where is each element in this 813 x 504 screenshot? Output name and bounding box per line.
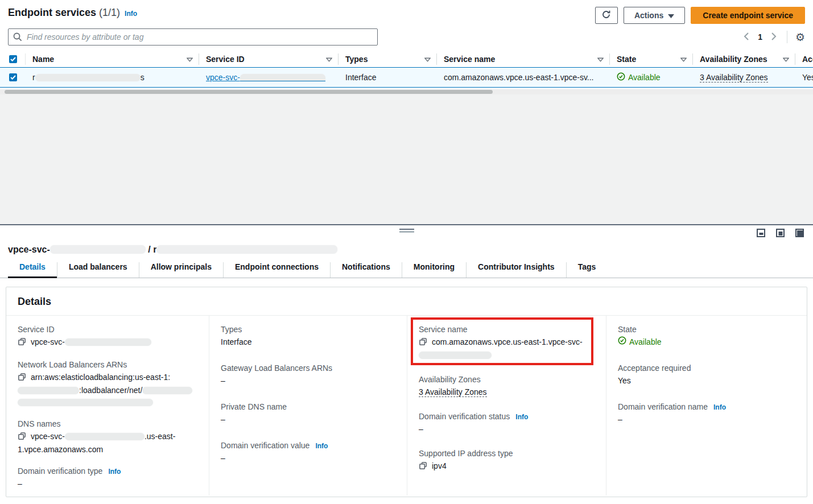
field-supported-ip-address-type: Supported IP address type ipv4: [419, 449, 595, 473]
info-link[interactable]: Info: [713, 403, 726, 411]
copy-icon[interactable]: [419, 461, 427, 473]
copy-icon[interactable]: [18, 337, 26, 349]
tab-load-balancers[interactable]: Load balancers: [57, 262, 139, 278]
field-private-dns-name: Private DNS name –: [221, 402, 395, 425]
sort-icon[interactable]: [187, 55, 193, 64]
panel-size-small-icon[interactable]: [757, 229, 765, 237]
panel-size-medium-icon[interactable]: [776, 229, 785, 237]
details-card: Details Service ID vpce-svc- Network Loa…: [6, 287, 807, 497]
cell-acceptance-required: Yes: [795, 73, 813, 82]
field-service-name: Service name com.amazonaws.vpce.us-east-…: [419, 325, 595, 361]
split-panel-title: vpce-svc- / r: [8, 245, 813, 255]
toolbar-divider: [787, 31, 787, 43]
chevron-right-icon: [771, 32, 777, 42]
field-state: State Available: [618, 325, 795, 348]
field-availability-zones: Availability Zones 3 Availability Zones: [419, 375, 595, 398]
content-background: [0, 94, 813, 224]
service-id-link[interactable]: vpce-svc-: [206, 73, 325, 82]
column-header-service-id[interactable]: Service ID: [199, 53, 339, 65]
tab-tags[interactable]: Tags: [566, 262, 608, 278]
info-link[interactable]: Info: [515, 413, 528, 421]
column-header-service-name[interactable]: Service name: [437, 53, 610, 65]
details-column-3: Service name com.amazonaws.vpce.us-east-…: [407, 316, 606, 495]
field-domain-verification-status: Domain verification statusInfo –: [419, 412, 595, 435]
split-panel-drag-handle[interactable]: [399, 229, 414, 233]
panel-size-large-icon[interactable]: [795, 229, 804, 237]
column-header-availability-zones[interactable]: Availability Zones: [693, 53, 795, 65]
copy-icon[interactable]: [18, 432, 26, 444]
sort-icon[interactable]: [597, 55, 604, 64]
column-header-state[interactable]: State: [610, 53, 693, 65]
redacted-text: [419, 352, 492, 359]
tab-endpoint-connections[interactable]: Endpoint connections: [223, 262, 330, 278]
copy-icon[interactable]: [18, 373, 26, 385]
create-endpoint-service-button[interactable]: Create endpoint service: [691, 7, 805, 24]
redacted-text: [35, 74, 141, 81]
info-link[interactable]: Info: [108, 468, 121, 476]
list-header: Endpoint services (1/1) Info Actions Cre…: [0, 0, 813, 24]
field-network-load-balancers-arns: Network Load Balancers ARNs arn:aws:elas…: [18, 360, 197, 408]
cell-name: rs: [26, 73, 199, 82]
gear-icon[interactable]: ⚙: [795, 32, 805, 43]
sort-icon[interactable]: [783, 55, 789, 64]
column-header-acceptance-required[interactable]: Acceptance required: [795, 53, 813, 65]
refresh-icon: [601, 10, 611, 21]
current-page-number[interactable]: 1: [754, 32, 766, 42]
redacted-text: [65, 338, 151, 346]
info-link[interactable]: Info: [315, 442, 328, 450]
next-page-button[interactable]: [769, 30, 779, 44]
cell-service-id: vpce-svc-: [199, 73, 339, 82]
split-panel: vpce-svc- / r Details Load balancers All…: [0, 224, 813, 504]
chevron-left-icon: [744, 32, 749, 42]
vpc-endpoint-services-page: Endpoint services (1/1) Info Actions Cre…: [0, 0, 813, 504]
search-icon: [13, 32, 22, 44]
endpoint-services-list-section: Endpoint services (1/1) Info Actions Cre…: [0, 0, 813, 94]
field-domain-verification-name: Domain verification nameInfo –: [618, 402, 795, 425]
pagination: 1 ⚙: [741, 30, 805, 44]
sort-icon[interactable]: [680, 55, 687, 64]
tab-contributor-insights[interactable]: Contributor Insights: [466, 262, 566, 278]
select-all-checkbox[interactable]: [9, 55, 17, 63]
resource-count: (1/1): [99, 7, 120, 18]
refresh-button[interactable]: [595, 7, 618, 24]
actions-button-label: Actions: [634, 11, 663, 20]
availability-zones-popover-link[interactable]: 3 Availability Zones: [700, 73, 768, 82]
field-domain-verification-type: Domain verification typeInfo –: [18, 466, 197, 490]
actions-button[interactable]: Actions: [624, 7, 685, 24]
cell-service-name: com.amazonaws.vpce.us-east-1.vpce-sv...: [437, 73, 610, 82]
redacted-text: [18, 399, 153, 406]
details-column-2: Types Interface Gateway Load Balancers A…: [209, 316, 407, 495]
tab-monitoring[interactable]: Monitoring: [402, 262, 466, 278]
row-checkbox[interactable]: [9, 73, 17, 81]
field-dns-names: DNS names vpce-svc-.us-east-1.vpce.amazo…: [18, 419, 197, 456]
column-header-name[interactable]: Name: [26, 53, 199, 65]
redacted-text: [50, 245, 146, 254]
tab-allow-principals[interactable]: Allow principals: [139, 262, 223, 278]
caret-down-icon: [668, 11, 674, 20]
sort-icon[interactable]: [326, 55, 332, 64]
column-header-types[interactable]: Types: [339, 53, 437, 65]
search-input[interactable]: [8, 28, 378, 46]
cell-state: Available: [610, 72, 693, 82]
table-row[interactable]: rs vpce-svc- Interface com.amazonaws.vpc…: [0, 67, 813, 88]
scrollbar-thumb[interactable]: [5, 90, 493, 94]
field-gateway-load-balancers-arns: Gateway Load Balancers ARNs –: [221, 363, 395, 387]
previous-page-button[interactable]: [741, 30, 751, 44]
cell-types: Interface: [339, 73, 437, 82]
tab-notifications[interactable]: Notifications: [330, 262, 402, 278]
endpoint-services-table: Name Service ID Types Service name State: [0, 51, 813, 94]
horizontal-scrollbar[interactable]: [0, 89, 813, 94]
page-title: Endpoint services (1/1): [8, 7, 120, 19]
redacted-text: [156, 245, 337, 254]
tab-details[interactable]: Details: [8, 262, 57, 278]
list-toolbar: 1 ⚙: [0, 24, 813, 46]
field-acceptance-required: Acceptance required Yes: [618, 363, 795, 387]
redacted-text: [240, 74, 325, 81]
header-info-link[interactable]: Info: [125, 10, 137, 18]
details-card-heading: Details: [6, 287, 807, 316]
field-service-id: Service ID vpce-svc-: [18, 325, 197, 349]
availability-zones-popover-link[interactable]: 3 Availability Zones: [419, 387, 487, 397]
sort-icon[interactable]: [424, 55, 431, 64]
copy-icon[interactable]: [419, 337, 427, 349]
table-header-row: Name Service ID Types Service name State: [0, 51, 813, 67]
